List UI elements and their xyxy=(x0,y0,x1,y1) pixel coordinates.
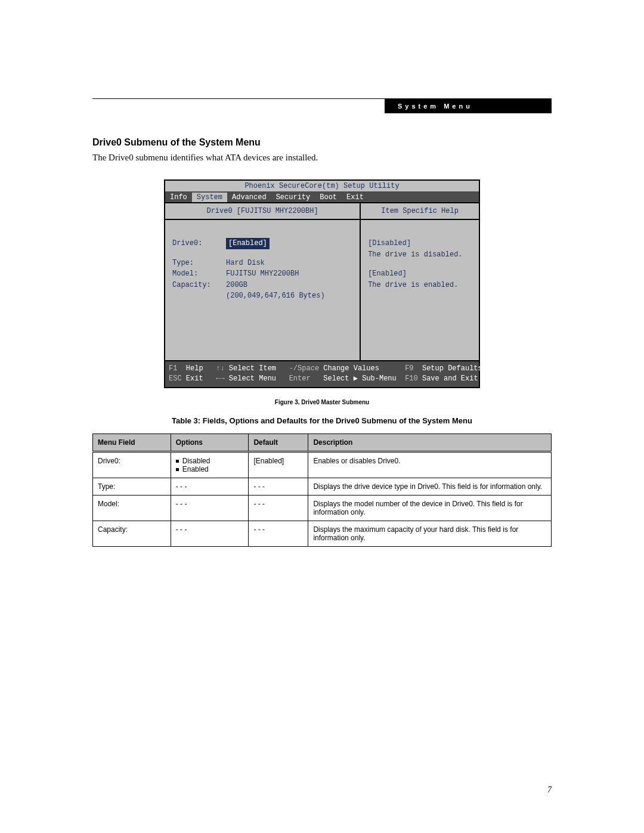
bios-capacity-bytes: (200,049,647,616 Bytes) xyxy=(226,290,325,302)
page: System Menu Drive0 Submenu of the System… xyxy=(0,0,644,833)
bios-drive0-value[interactable]: [Enabled] xyxy=(226,238,270,249)
bios-footer: F1 Help ↑↓ Select Item -/Space Change Va… xyxy=(165,361,479,387)
section-intro: The Drive0 submenu identifies what ATA d… xyxy=(92,153,552,163)
page-number: 7 xyxy=(547,785,552,795)
cell-options: - - - xyxy=(171,495,249,521)
page-header-tag: System Menu xyxy=(385,99,552,113)
bios-model-label: Model: xyxy=(172,268,226,280)
cell-options: Disabled Enabled xyxy=(171,451,249,478)
key-leftright-icon: ←→ xyxy=(216,374,224,384)
help-enabled-title: [Enabled] xyxy=(368,268,472,280)
key-updown-icon: ↑↓ xyxy=(216,364,224,374)
cell-desc: Displays the maximum capacity of your ha… xyxy=(308,521,552,546)
bios-row-type: Type: Hard Disk xyxy=(172,258,352,269)
bios-row-model: Model: FUJITSU MHY2200BH xyxy=(172,268,352,280)
table-row: Model: - - - - - - Displays the model nu… xyxy=(93,495,552,521)
help-enabled-text: The drive is enabled. xyxy=(368,280,472,291)
bios-help-content: [Disabled] The drive is disabled. [Enabl… xyxy=(361,220,479,360)
cell-options: - - - xyxy=(171,478,249,495)
bios-body: Drive0 [FUJITSU MHY2200BH] Drive0: [Enab… xyxy=(165,203,479,361)
th-options: Options xyxy=(171,433,249,451)
key-help: Help xyxy=(186,364,203,374)
cell-default: - - - xyxy=(249,478,308,495)
bios-menu-system[interactable]: System xyxy=(192,193,227,202)
bios-left-title: Drive0 [FUJITSU MHY2200BH] xyxy=(165,203,360,220)
key-select-menu: Select Menu xyxy=(229,374,276,384)
bios-drive0-label: Drive0: xyxy=(172,238,226,249)
bios-row-drive0: Drive0: [Enabled] xyxy=(172,238,352,249)
table-row: Drive0: Disabled Enabled [Enabled] Enabl… xyxy=(93,451,552,478)
cell-desc: Displays the drive device type in Drive0… xyxy=(308,478,552,495)
option-enabled: Enabled xyxy=(182,465,209,473)
key-save-exit: Save and Exit xyxy=(422,374,478,384)
bullet-icon xyxy=(176,460,179,463)
key-f1: F1 xyxy=(169,364,177,374)
cell-field: Drive0: xyxy=(93,451,171,478)
bios-menu-security[interactable]: Security xyxy=(271,193,315,202)
cell-default: - - - xyxy=(249,521,308,546)
key-exit: Exit xyxy=(186,374,203,384)
help-disabled-title: [Disabled] xyxy=(368,238,472,249)
bios-setup-utility: Phoenix SecureCore(tm) Setup Utility Inf… xyxy=(164,179,480,388)
key-f9: F9 xyxy=(405,364,413,374)
bios-type-value: Hard Disk xyxy=(226,258,265,269)
bios-type-label: Type: xyxy=(172,258,226,269)
bios-row-capacity-bytes: (200,049,647,616 Bytes) xyxy=(172,290,352,302)
bios-left-panel: Drive0 [FUJITSU MHY2200BH] Drive0: [Enab… xyxy=(164,202,360,361)
table-row: Capacity: - - - - - - Displays the maxim… xyxy=(93,521,552,546)
bios-help-panel: Item Specific Help [Disabled] The drive … xyxy=(360,202,480,361)
bios-left-content: Drive0: [Enabled] Type: Hard Disk Model:… xyxy=(165,220,360,360)
cell-field: Capacity: xyxy=(93,521,171,546)
bios-menu-boot[interactable]: Boot xyxy=(315,193,342,202)
cell-desc: Enables or disables Drive0. xyxy=(308,451,552,478)
bios-menubar: Info System Advanced Security Boot Exit xyxy=(165,191,479,203)
help-disabled-text: The drive is disabled. xyxy=(368,249,472,261)
key-esc: ESC xyxy=(169,374,182,384)
bios-title: Phoenix SecureCore(tm) Setup Utility xyxy=(165,181,479,191)
key-f10: F10 xyxy=(405,374,418,384)
bios-capacity-label: Capacity: xyxy=(172,280,226,291)
cell-options: - - - xyxy=(171,521,249,546)
key-enter: Enter xyxy=(289,374,311,384)
figure-caption: Figure 3. Drive0 Master Submenu xyxy=(92,399,552,405)
key-select-item: Select Item xyxy=(229,364,276,374)
th-description: Description xyxy=(308,433,552,451)
bios-help-title: Item Specific Help xyxy=(361,203,479,220)
cell-default: - - - xyxy=(249,495,308,521)
cell-default: [Enabled] xyxy=(249,451,308,478)
header-rule: System Menu xyxy=(92,98,552,113)
bios-capacity-value: 200GB xyxy=(226,280,247,291)
th-default: Default xyxy=(249,433,308,451)
bios-menu-info[interactable]: Info xyxy=(165,193,192,202)
bullet-icon xyxy=(176,468,179,471)
table-header-row: Menu Field Options Default Description xyxy=(93,433,552,451)
bios-row-capacity: Capacity: 200GB xyxy=(172,280,352,291)
key-minus-space: -/Space xyxy=(289,364,319,374)
section-title: Drive0 Submenu of the System Menu xyxy=(92,137,552,148)
fields-table: Menu Field Options Default Description D… xyxy=(92,433,552,547)
key-setup-defaults: Setup Defaults xyxy=(422,364,482,374)
th-menu-field: Menu Field xyxy=(93,433,171,451)
key-select-submenu: Select ▶ Sub-Menu xyxy=(323,374,396,384)
bios-menu-exit[interactable]: Exit xyxy=(342,193,369,202)
cell-desc: Displays the model number of the device … xyxy=(308,495,552,521)
option-disabled: Disabled xyxy=(182,457,210,465)
table-row: Type: - - - - - - Displays the drive dev… xyxy=(93,478,552,495)
key-change-values: Change Values xyxy=(323,364,379,374)
bios-model-value: FUJITSU MHY2200BH xyxy=(226,268,299,280)
table-caption: Table 3: Fields, Options and Defaults fo… xyxy=(92,416,552,425)
bios-menu-advanced[interactable]: Advanced xyxy=(227,193,271,202)
cell-field: Model: xyxy=(93,495,171,521)
cell-field: Type: xyxy=(93,478,171,495)
